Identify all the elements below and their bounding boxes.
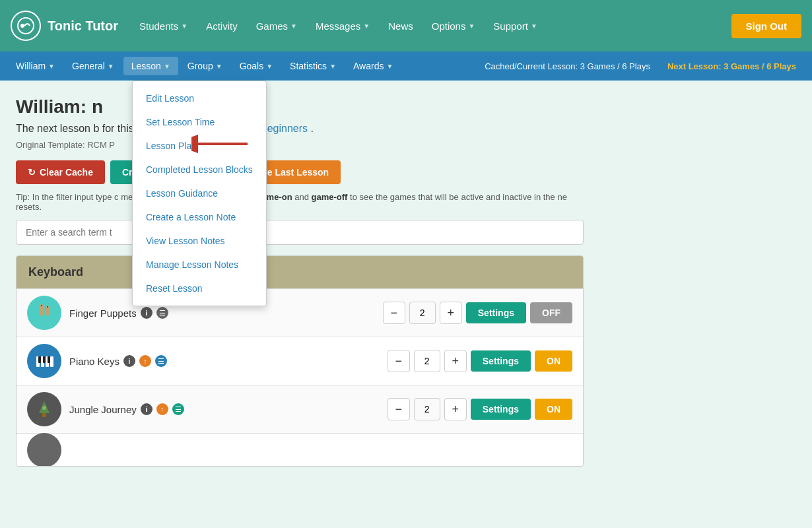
game-row-finger-puppets: Finger Puppets i ☰ − 2 + Settings OFF [17, 288, 583, 337]
settings-button-piano-keys[interactable]: Settings [471, 350, 531, 372]
cached-info: Cached/Current Lesson: 3 Games / 6 Plays [477, 61, 658, 71]
nav-news[interactable]: News [380, 15, 421, 37]
count-jungle-journey: 2 [414, 398, 440, 420]
plus-button-jungle-journey[interactable]: + [444, 398, 467, 420]
svg-point-22 [42, 406, 46, 410]
avatar-piano-keys [27, 344, 61, 378]
nav-options[interactable]: Options ▼ [424, 15, 483, 37]
upload-icon-piano-keys[interactable]: ↑ [139, 355, 151, 367]
nav-items: Students ▼ Activity Games ▼ Messages ▼ N… [131, 15, 731, 37]
red-arrow-indicator [191, 131, 251, 159]
dropdown-reset-lesson[interactable]: Reset Lesson [133, 277, 266, 300]
minus-button-jungle-journey[interactable]: − [388, 398, 410, 420]
info-icon-jungle-journey[interactable]: i [141, 403, 152, 415]
logo-icon [11, 11, 41, 41]
game-row-piano-keys: Piano Keys i ↑ ☰ − 2 + Settings ON [17, 337, 583, 385]
svg-rect-17 [43, 356, 46, 363]
dropdown-manage-lesson-notes[interactable]: Manage Lesson Notes [133, 253, 266, 277]
keyboard-section: Keyboard Finger Puppets i ☰ [16, 255, 584, 467]
chevron-down-icon: ▼ [108, 63, 114, 70]
plus-button-finger-puppets[interactable]: + [440, 302, 462, 324]
game-name-finger-puppets: Finger Puppets i ☰ [69, 307, 375, 319]
subnav-awards[interactable]: Awards ▼ [345, 57, 401, 75]
avatar-finger-puppets [27, 296, 61, 330]
game-controls-jungle-journey: − 2 + Settings ON [388, 398, 572, 420]
chevron-down-icon: ▼ [531, 22, 537, 30]
top-navigation: Tonic Tutor Students ▼ Activity Games ▼ … [0, 0, 812, 51]
svg-point-0 [18, 18, 34, 34]
lesson-dropdown: Edit Lesson Set Lesson Time Lesson Plan … [132, 81, 267, 306]
toggle-button-piano-keys[interactable]: ON [535, 350, 572, 372]
subnav-william[interactable]: William ▼ [8, 57, 63, 75]
svg-point-1 [20, 24, 24, 28]
chevron-down-icon: ▼ [329, 63, 336, 70]
chevron-down-icon: ▼ [266, 63, 273, 70]
svg-rect-16 [38, 356, 41, 363]
toggle-button-jungle-journey[interactable]: ON [535, 399, 572, 420]
list-icon-finger-puppets[interactable]: ☰ [156, 307, 168, 319]
plus-button-piano-keys[interactable]: + [444, 350, 467, 372]
settings-button-jungle-journey[interactable]: Settings [471, 399, 531, 420]
logo-area[interactable]: Tonic Tutor [11, 11, 118, 41]
search-input[interactable] [16, 220, 584, 245]
game-row-jungle-journey: Jungle Journey i ↑ ☰ − 2 + Settings ON [17, 385, 583, 433]
refresh-icon: ↻ [28, 167, 36, 178]
chevron-down-icon: ▼ [48, 63, 55, 70]
sub-navigation: William ▼ General ▼ Lesson ▼ Group ▼ Goa… [0, 51, 812, 81]
nav-activity[interactable]: Activity [198, 15, 246, 37]
avatar-jungle-journey [27, 392, 61, 426]
svg-rect-21 [42, 413, 46, 417]
chevron-down-icon: ▼ [216, 63, 222, 70]
game-off-text: game-off [312, 192, 348, 202]
info-icon-piano-keys[interactable]: i [123, 355, 135, 367]
subnav-group[interactable]: Group ▼ [180, 57, 230, 75]
minus-button-finger-puppets[interactable]: − [383, 302, 405, 324]
next-lesson-info: Next Lesson: 3 Games / 6 Plays [660, 61, 804, 71]
nav-students[interactable]: Students ▼ [131, 15, 195, 37]
count-piano-keys: 2 [414, 350, 440, 372]
upload-icon-jungle-journey[interactable]: ↑ [156, 403, 168, 415]
main-content: William: n The next lesson b for this st… [0, 81, 812, 467]
subnav-general[interactable]: General ▼ [64, 57, 122, 75]
subnav-goals[interactable]: Goals ▼ [232, 57, 281, 75]
chevron-down-icon: ▼ [164, 63, 170, 70]
chevron-down-icon: ▼ [363, 22, 370, 30]
game-name-jungle-journey: Jungle Journey i ↑ ☰ [69, 403, 380, 415]
settings-button-finger-puppets[interactable]: Settings [466, 302, 526, 323]
sign-out-button[interactable]: Sign Out [731, 14, 802, 38]
dropdown-create-lesson-note[interactable]: Create a Lesson Note [133, 205, 266, 229]
chevron-down-icon: ▼ [181, 22, 187, 30]
avatar-placeholder [27, 433, 61, 467]
svg-rect-18 [48, 356, 50, 363]
keyboard-section-header: Keyboard [17, 256, 583, 288]
count-finger-puppets: 2 [409, 302, 436, 324]
list-icon-piano-keys[interactable]: ☰ [155, 355, 167, 367]
subnav-statistics[interactable]: Statistics ▼ [282, 57, 344, 75]
svg-point-10 [47, 306, 48, 308]
dropdown-edit-lesson[interactable]: Edit Lesson [133, 86, 266, 110]
chevron-down-icon: ▼ [290, 22, 297, 30]
dropdown-lesson-guidance[interactable]: Lesson Guidance [133, 182, 266, 205]
game-controls-piano-keys: − 2 + Settings ON [388, 350, 572, 372]
app-title: Tonic Tutor [48, 18, 118, 34]
clear-cache-button[interactable]: ↻ Clear Cache [16, 160, 105, 184]
subnav-lesson[interactable]: Lesson ▼ [123, 57, 178, 75]
game-name-piano-keys: Piano Keys i ↑ ☰ [69, 355, 380, 367]
game-row-placeholder [17, 433, 583, 466]
dropdown-completed-lesson-blocks[interactable]: Completed Lesson Blocks [133, 158, 266, 182]
toggle-button-finger-puppets[interactable]: OFF [530, 302, 572, 323]
nav-support[interactable]: Support ▼ [485, 15, 545, 37]
list-icon-jungle-journey[interactable]: ☰ [172, 403, 184, 415]
chevron-down-icon: ▼ [468, 22, 475, 30]
info-icon-finger-puppets[interactable]: i [141, 307, 152, 319]
dropdown-view-lesson-notes[interactable]: View Lesson Notes [133, 229, 266, 253]
game-controls-finger-puppets: − 2 + Settings OFF [383, 302, 572, 324]
nav-games[interactable]: Games ▼ [248, 15, 305, 37]
nav-messages[interactable]: Messages ▼ [308, 15, 378, 37]
minus-button-piano-keys[interactable]: − [388, 350, 410, 372]
chevron-down-icon: ▼ [386, 63, 393, 70]
svg-rect-15 [50, 356, 53, 367]
svg-point-9 [41, 305, 42, 306]
